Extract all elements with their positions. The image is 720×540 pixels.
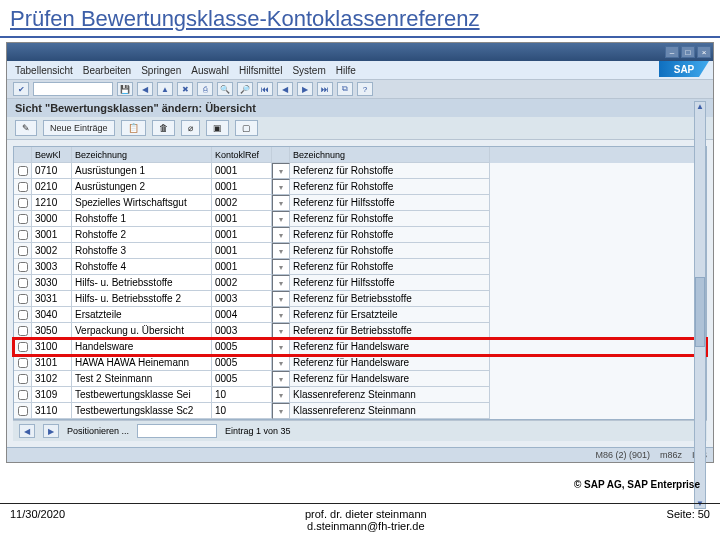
dropdown-icon[interactable]: ▾ — [272, 259, 290, 275]
cell-bewkl[interactable]: 0210 — [32, 179, 72, 195]
close-button[interactable]: × — [697, 46, 711, 58]
dropdown-icon[interactable]: ▾ — [272, 275, 290, 291]
dropdown-icon[interactable]: ▾ — [272, 307, 290, 323]
dropdown-icon[interactable]: ▾ — [272, 323, 290, 339]
menu-item[interactable]: Bearbeiten — [83, 65, 131, 76]
cell-bewkl[interactable]: 1210 — [32, 195, 72, 211]
table-row[interactable]: 3109Testbewertungsklasse Sei10▾Klassenre… — [14, 387, 706, 403]
table-row[interactable]: 3030Hilfs- u. Betriebsstoffe0002▾Referen… — [14, 275, 706, 291]
row-selector[interactable] — [14, 371, 32, 387]
cell-bewkl[interactable]: 3001 — [32, 227, 72, 243]
vertical-scrollbar[interactable]: ▲ ▼ — [694, 101, 706, 509]
cell-bez1[interactable]: Test 2 Steinmann — [72, 371, 212, 387]
cell-ref[interactable]: 0002 — [212, 195, 272, 211]
dropdown-icon[interactable]: ▾ — [272, 355, 290, 371]
cell-bewkl[interactable]: 3030 — [32, 275, 72, 291]
dropdown-icon[interactable]: ▾ — [272, 403, 290, 419]
menu-item[interactable]: Hilfe — [336, 65, 356, 76]
cell-ref[interactable]: 0001 — [212, 259, 272, 275]
cell-bewkl[interactable]: 3031 — [32, 291, 72, 307]
dropdown-icon[interactable]: ▾ — [272, 211, 290, 227]
scroll-left-icon[interactable]: ◀ — [19, 424, 35, 438]
delimit-icon[interactable]: ⌀ — [181, 120, 200, 136]
menu-item[interactable]: Tabellensicht — [15, 65, 73, 76]
print-icon[interactable]: ⎙ — [197, 82, 213, 96]
cell-ref[interactable]: 0003 — [212, 323, 272, 339]
table-row[interactable]: 3050Verpackung u. Übersicht0003▾Referenz… — [14, 323, 706, 339]
cell-ref[interactable]: 0001 — [212, 179, 272, 195]
cell-ref[interactable]: 0003 — [212, 291, 272, 307]
max-button[interactable]: □ — [681, 46, 695, 58]
newsession-icon[interactable]: ⧉ — [337, 82, 353, 96]
table-row[interactable]: 3001Rohstoffe 20001▾Referenz für Rohstof… — [14, 227, 706, 243]
dropdown-icon[interactable]: ▾ — [272, 227, 290, 243]
table-row[interactable]: 3101HAWA HAWA Heinemann0005▾Referenz für… — [14, 355, 706, 371]
cell-ref[interactable]: 0001 — [212, 243, 272, 259]
cell-bez1[interactable]: Ersatzteile — [72, 307, 212, 323]
row-selector[interactable] — [14, 339, 32, 355]
help-icon[interactable]: ? — [357, 82, 373, 96]
cell-ref[interactable]: 0001 — [212, 163, 272, 179]
command-field[interactable] — [33, 82, 113, 96]
cell-bez1[interactable]: Hilfs- u. Betriebsstoffe — [72, 275, 212, 291]
row-selector[interactable] — [14, 211, 32, 227]
row-selector[interactable] — [14, 243, 32, 259]
menu-item[interactable]: Auswahl — [191, 65, 229, 76]
cell-bewkl[interactable]: 3101 — [32, 355, 72, 371]
row-selector[interactable] — [14, 195, 32, 211]
table-row[interactable]: 3000Rohstoffe 10001▾Referenz für Rohstof… — [14, 211, 706, 227]
cell-bez1[interactable]: Hilfs- u. Betriebsstoffe 2 — [72, 291, 212, 307]
table-row[interactable]: 3102Test 2 Steinmann0005▾Referenz für Ha… — [14, 371, 706, 387]
delete-icon[interactable]: 🗑 — [152, 120, 175, 136]
row-selector[interactable] — [14, 387, 32, 403]
cell-bez1[interactable]: Rohstoffe 3 — [72, 243, 212, 259]
lastpage-icon[interactable]: ⏭ — [317, 82, 333, 96]
row-selector[interactable] — [14, 323, 32, 339]
cell-bez1[interactable]: Testbewertungsklasse Sc2 — [72, 403, 212, 419]
dropdown-icon[interactable]: ▾ — [272, 339, 290, 355]
change-button[interactable]: ✎ — [15, 120, 37, 136]
cell-bez1[interactable]: Spezielles Wirtschaftsgut — [72, 195, 212, 211]
find-icon[interactable]: 🔍 — [217, 82, 233, 96]
cell-ref[interactable]: 0001 — [212, 211, 272, 227]
cell-ref[interactable]: 10 — [212, 403, 272, 419]
back-icon[interactable]: ◀ — [137, 82, 153, 96]
cell-bez1[interactable]: Ausrüstungen 1 — [72, 163, 212, 179]
row-selector[interactable] — [14, 275, 32, 291]
dropdown-icon[interactable]: ▾ — [272, 179, 290, 195]
table-row[interactable]: 3003Rohstoffe 40001▾Referenz für Rohstof… — [14, 259, 706, 275]
row-selector[interactable] — [14, 179, 32, 195]
table-row[interactable]: 3040Ersatzteile0004▾Referenz für Ersatzt… — [14, 307, 706, 323]
dropdown-icon[interactable]: ▾ — [272, 243, 290, 259]
row-selector[interactable] — [14, 403, 32, 419]
cell-ref[interactable]: 0005 — [212, 371, 272, 387]
menu-item[interactable]: Springen — [141, 65, 181, 76]
cell-bez1[interactable]: Rohstoffe 1 — [72, 211, 212, 227]
dropdown-icon[interactable]: ▾ — [272, 195, 290, 211]
row-selector[interactable] — [14, 355, 32, 371]
dropdown-icon[interactable]: ▾ — [272, 163, 290, 179]
cell-bewkl[interactable]: 3050 — [32, 323, 72, 339]
position-input[interactable] — [137, 424, 217, 438]
dropdown-icon[interactable]: ▾ — [272, 291, 290, 307]
cell-bewkl[interactable]: 3040 — [32, 307, 72, 323]
row-selector[interactable] — [14, 307, 32, 323]
cell-bez1[interactable]: Rohstoffe 4 — [72, 259, 212, 275]
findnext-icon[interactable]: 🔎 — [237, 82, 253, 96]
cell-bez1[interactable]: Ausrüstungen 2 — [72, 179, 212, 195]
cell-bewkl[interactable]: 0710 — [32, 163, 72, 179]
table-row[interactable]: 0210Ausrüstungen 20001▾Referenz für Rohs… — [14, 179, 706, 195]
table-row[interactable]: 3100Handelsware0005▾Referenz für Handels… — [14, 339, 706, 355]
copy-icon[interactable]: 📋 — [121, 120, 146, 136]
menu-item[interactable]: Hilfsmittel — [239, 65, 282, 76]
cell-ref[interactable]: 0002 — [212, 275, 272, 291]
cell-bez1[interactable]: Rohstoffe 2 — [72, 227, 212, 243]
row-selector[interactable] — [14, 163, 32, 179]
dropdown-icon[interactable]: ▾ — [272, 387, 290, 403]
cell-bez1[interactable]: Testbewertungsklasse Sei — [72, 387, 212, 403]
cell-ref[interactable]: 10 — [212, 387, 272, 403]
cell-bewkl[interactable]: 3000 — [32, 211, 72, 227]
cancel-icon[interactable]: ✖ — [177, 82, 193, 96]
new-entries-button[interactable]: Neue Einträge — [43, 120, 115, 136]
scroll-right-icon[interactable]: ▶ — [43, 424, 59, 438]
